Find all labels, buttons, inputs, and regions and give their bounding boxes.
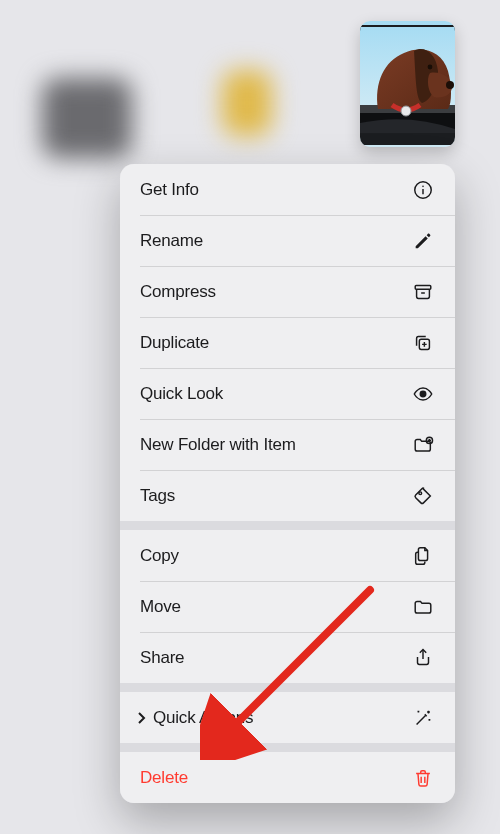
menu-item-label: Quick Look bbox=[140, 384, 411, 404]
menu-item-quick-look[interactable]: Quick Look bbox=[120, 368, 455, 419]
menu-separator-gap bbox=[120, 683, 455, 692]
eye-icon bbox=[411, 382, 435, 406]
menu-group-quick-actions: Quick Actions bbox=[120, 692, 455, 743]
share-icon bbox=[411, 646, 435, 670]
menu-item-quick-actions[interactable]: Quick Actions bbox=[120, 692, 455, 743]
context-menu: Get Info Rename Compress bbox=[120, 164, 455, 803]
menu-item-label: Copy bbox=[140, 546, 411, 566]
menu-item-compress[interactable]: Compress bbox=[120, 266, 455, 317]
sparkles-wand-icon bbox=[411, 706, 435, 730]
archivebox-icon bbox=[411, 280, 435, 304]
tag-icon bbox=[411, 484, 435, 508]
menu-item-label: Get Info bbox=[140, 180, 411, 200]
svg-point-14 bbox=[420, 391, 426, 397]
trash-icon bbox=[411, 766, 435, 790]
bg-tile-blurred bbox=[42, 78, 132, 158]
thumbnail-image bbox=[360, 21, 455, 147]
doc-on-doc-icon bbox=[411, 544, 435, 568]
menu-item-label: Tags bbox=[140, 486, 411, 506]
menu-item-label: Duplicate bbox=[140, 333, 411, 353]
svg-point-2 bbox=[446, 81, 454, 89]
menu-item-label: Delete bbox=[140, 768, 411, 788]
menu-item-label: Compress bbox=[140, 282, 411, 302]
folder-badge-plus-icon bbox=[411, 433, 435, 457]
svg-point-5 bbox=[428, 65, 433, 70]
menu-item-label: New Folder with Item bbox=[140, 435, 411, 455]
menu-group-delete: Delete bbox=[120, 752, 455, 803]
menu-item-label: Move bbox=[140, 597, 411, 617]
menu-item-delete[interactable]: Delete bbox=[120, 752, 455, 803]
menu-item-duplicate[interactable]: Duplicate bbox=[120, 317, 455, 368]
menu-item-label: Quick Actions bbox=[153, 708, 411, 728]
menu-item-copy[interactable]: Copy bbox=[120, 530, 455, 581]
menu-separator-gap bbox=[120, 521, 455, 530]
folder-icon bbox=[411, 595, 435, 619]
bg-tile-blurred bbox=[222, 70, 272, 136]
menu-item-share[interactable]: Share bbox=[120, 632, 455, 683]
chevron-right-icon bbox=[136, 711, 146, 725]
menu-item-label: Share bbox=[140, 648, 411, 668]
pencil-icon bbox=[411, 229, 435, 253]
menu-item-move[interactable]: Move bbox=[120, 581, 455, 632]
menu-item-new-folder-with-item[interactable]: New Folder with Item bbox=[120, 419, 455, 470]
menu-group-file-ops: Copy Move Share bbox=[120, 530, 455, 683]
duplicate-icon bbox=[411, 331, 435, 355]
svg-point-18 bbox=[419, 491, 422, 494]
menu-separator-gap bbox=[120, 743, 455, 752]
menu-item-get-info[interactable]: Get Info bbox=[120, 164, 455, 215]
menu-item-tags[interactable]: Tags bbox=[120, 470, 455, 521]
menu-item-label: Rename bbox=[140, 231, 411, 251]
info-icon bbox=[411, 178, 435, 202]
menu-group-main: Get Info Rename Compress bbox=[120, 164, 455, 521]
menu-item-rename[interactable]: Rename bbox=[120, 215, 455, 266]
svg-rect-9 bbox=[415, 285, 431, 289]
svg-point-8 bbox=[422, 185, 424, 187]
file-thumbnail[interactable] bbox=[360, 21, 455, 147]
